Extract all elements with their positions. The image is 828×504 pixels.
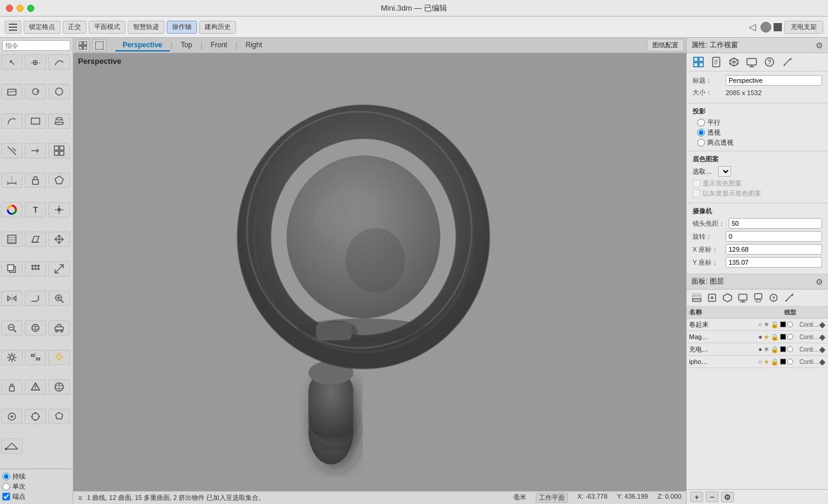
show-bg-gray-checkbox[interactable]: [693, 190, 700, 197]
tab-right[interactable]: Right: [238, 40, 269, 51]
panel-tab-document[interactable]: [709, 56, 723, 69]
add-layer-button[interactable]: +: [690, 492, 703, 502]
focal-input[interactable]: [729, 218, 822, 229]
zoom-tool[interactable]: [48, 291, 70, 306]
scale-tool[interactable]: [48, 261, 70, 277]
layer-row[interactable]: ipho… ○ ★ 🔒 Conti… ◆: [687, 356, 828, 368]
lock-tool[interactable]: [25, 173, 46, 188]
snap-grid-tool[interactable]: [25, 409, 46, 424]
remove-layer-button[interactable]: −: [706, 492, 719, 502]
layer-row[interactable]: 充电… ● ☀ 🔒 Conti… ◆: [687, 343, 828, 356]
perspective-radio[interactable]: [697, 129, 705, 136]
build-history-button[interactable]: 建构历史: [199, 21, 236, 34]
panel-tab-viewport[interactable]: [691, 56, 706, 69]
close-dot[interactable]: [6, 5, 13, 12]
move-axes-tool[interactable]: [1, 438, 22, 454]
layer-row[interactable]: Mag… ● ★ 🔒 Conti… ◆: [687, 331, 828, 343]
select-tool[interactable]: ↖: [1, 54, 22, 70]
circle-tool[interactable]: [48, 84, 70, 99]
svg-line-74: [8, 359, 10, 361]
grid-tool[interactable]: [48, 143, 70, 158]
shape-tool[interactable]: [48, 409, 70, 424]
record-button[interactable]: [761, 22, 771, 32]
layer-stack-icon[interactable]: [690, 292, 703, 304]
title-input[interactable]: [726, 75, 822, 86]
single-radio[interactable]: [2, 483, 10, 490]
smart-track-button[interactable]: 智慧轨迹: [128, 21, 164, 34]
two-point-radio[interactable]: [697, 139, 705, 147]
car-tool[interactable]: [48, 320, 70, 336]
color-wheel[interactable]: [1, 202, 22, 217]
parallel-radio[interactable]: [697, 119, 705, 126]
panel-tab-3d[interactable]: [727, 56, 741, 69]
layers-gear-icon[interactable]: ⚙: [816, 277, 823, 287]
layer-help-icon[interactable]: ?: [767, 292, 780, 304]
curve-tool[interactable]: [48, 54, 70, 70]
endpoint-checkbox[interactable]: [2, 493, 10, 500]
viewport-single-icon[interactable]: [92, 39, 106, 52]
dimension-tool[interactable]: [1, 173, 22, 188]
snap-ring-tool[interactable]: [1, 409, 22, 424]
continuous-radio[interactable]: [2, 473, 10, 480]
show-bg-checkbox[interactable]: [693, 180, 700, 187]
hatch-tool[interactable]: [1, 232, 22, 247]
maximize-dot[interactable]: [27, 5, 34, 12]
plane-mode-button[interactable]: 平面模式: [89, 21, 125, 34]
panel-tab-help[interactable]: ?: [762, 56, 777, 69]
nav-back-icon[interactable]: ◁: [746, 20, 758, 34]
lock-grid-button[interactable]: 锁定格点: [24, 21, 60, 34]
viewport-grid-icon[interactable]: [76, 39, 90, 52]
array-tool[interactable]: [25, 261, 46, 277]
layer-screen-icon[interactable]: [736, 292, 749, 304]
dot-tool[interactable]: [48, 202, 70, 217]
move-tool[interactable]: [48, 232, 70, 247]
rotate-tool[interactable]: [25, 84, 46, 99]
trim-tool[interactable]: [1, 143, 22, 158]
command-input[interactable]: [2, 40, 70, 51]
rotate-input[interactable]: [726, 231, 822, 242]
text-tool[interactable]: T: [25, 202, 46, 217]
layer-row[interactable]: 卷起来 ○ ☀ 🔒 Conti… ◆: [687, 318, 828, 331]
light-tool[interactable]: [48, 350, 70, 365]
layer-pencil-icon[interactable]: [782, 292, 795, 304]
extend-tool[interactable]: [25, 143, 46, 158]
tab-perspective[interactable]: Perspective: [115, 40, 169, 51]
environment-tool[interactable]: [48, 379, 70, 395]
y-input[interactable]: [726, 257, 822, 268]
constraint-tool[interactable]: [1, 379, 22, 395]
surface-tool[interactable]: [1, 84, 22, 99]
mesh-tool[interactable]: [25, 379, 46, 395]
viewport-config-button[interactable]: 图纸配置: [647, 39, 684, 51]
arc-tool[interactable]: [1, 113, 22, 129]
tab-front[interactable]: Front: [203, 40, 234, 51]
orbit-tool[interactable]: [25, 320, 46, 336]
panel-tab-pen[interactable]: [780, 56, 794, 69]
layer-new-icon[interactable]: [706, 292, 719, 304]
sidebar-toggle-button[interactable]: [5, 21, 21, 34]
stop-button[interactable]: [774, 23, 782, 31]
orthogonal-button[interactable]: 正交: [63, 21, 86, 34]
layer-settings-button[interactable]: ⚙: [721, 492, 734, 502]
operations-button[interactable]: 操作轴: [167, 21, 197, 34]
explode-tool[interactable]: [1, 350, 22, 365]
fillet-tool[interactable]: [25, 291, 46, 306]
align-tool[interactable]: [25, 350, 46, 365]
charge-support-button[interactable]: 充电支架: [784, 21, 823, 34]
minimize-dot[interactable]: [17, 5, 24, 12]
copy-tool[interactable]: [1, 261, 22, 277]
properties-gear-icon[interactable]: ⚙: [816, 41, 823, 50]
layer-monitor-icon[interactable]: [752, 292, 765, 304]
loft-tool[interactable]: [48, 113, 70, 129]
zoom-out-tool[interactable]: [1, 320, 22, 336]
polygon-tool[interactable]: [48, 173, 70, 188]
point-tool[interactable]: ·⊕·: [25, 54, 46, 70]
rect-tool[interactable]: [25, 113, 46, 129]
eraser-tool[interactable]: [25, 232, 46, 247]
viewport-canvas[interactable]: Perspective: [73, 53, 686, 491]
mirror-tool[interactable]: [1, 291, 22, 306]
panel-tab-display[interactable]: [745, 56, 759, 69]
layer-cube-icon[interactable]: [721, 292, 734, 304]
bg-select[interactable]: [718, 166, 731, 177]
x-input[interactable]: [726, 244, 822, 255]
tab-top[interactable]: Top: [174, 40, 199, 51]
